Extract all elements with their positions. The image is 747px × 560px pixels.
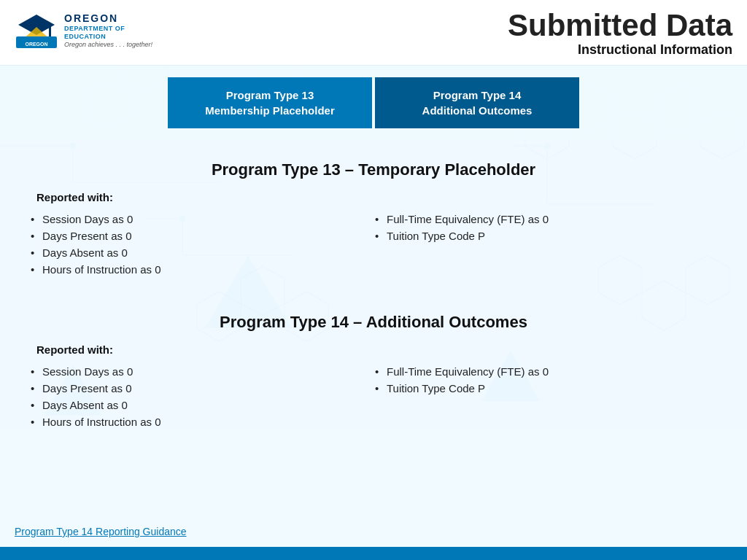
logo-dept-text2: EDUCATION bbox=[64, 33, 152, 41]
logo-dept-text: DEPARTMENT OF bbox=[64, 25, 152, 33]
list-item: Full-Time Equivalency (FTE) as 0 bbox=[374, 211, 718, 228]
logo-tagline: Oregon achieves . . . together! bbox=[64, 41, 152, 49]
section-pt14-left-list: Session Days as 0 Days Present as 0 Days… bbox=[29, 363, 374, 430]
page-header: OREGON OREGON DEPARTMENT OF EDUCATION Or… bbox=[0, 0, 747, 66]
section-divider bbox=[29, 278, 718, 300]
reporting-guidance-link[interactable]: Program Type 14 Reporting Guidance bbox=[15, 526, 187, 537]
section-pt14-left-col: Session Days as 0 Days Present as 0 Days… bbox=[29, 363, 374, 430]
section-pt14-right-list: Full-Time Equivalency (FTE) as 0 Tuition… bbox=[374, 363, 718, 397]
section-pt14-columns: Session Days as 0 Days Present as 0 Days… bbox=[29, 363, 718, 430]
tab-program-type-14[interactable]: Program Type 14 Additional Outcomes bbox=[375, 77, 579, 128]
tabs-row: Program Type 13 Membership Placeholder P… bbox=[0, 66, 747, 140]
logo-text-block: OREGON DEPARTMENT OF EDUCATION Oregon ac… bbox=[64, 12, 152, 48]
tab-pt14-line1: Program Type 14 bbox=[433, 89, 522, 101]
header-subtitle: Instructional Information bbox=[508, 42, 732, 58]
bottom-bar bbox=[0, 547, 747, 560]
list-item: Tuition Type Code P bbox=[374, 228, 718, 244]
list-item: Days Absent as 0 bbox=[29, 397, 374, 413]
list-item: Hours of Instruction as 0 bbox=[29, 261, 374, 278]
list-item: Tuition Type Code P bbox=[374, 380, 718, 397]
section-pt14: Program Type 14 – Additional Outcomes Re… bbox=[29, 313, 718, 430]
section-pt13: Program Type 13 – Temporary Placeholder … bbox=[29, 160, 718, 278]
section-pt13-right-list: Full-Time Equivalency (FTE) as 0 Tuition… bbox=[374, 211, 718, 244]
main-title: Submitted Data bbox=[508, 9, 732, 42]
header-title-area: Submitted Data Instructional Information bbox=[508, 9, 732, 58]
section-pt13-title: Program Type 13 – Temporary Placeholder bbox=[29, 160, 718, 179]
svg-text:OREGON: OREGON bbox=[25, 42, 47, 47]
section-pt14-title: Program Type 14 – Additional Outcomes bbox=[29, 313, 718, 332]
section-pt13-reported-label: Reported with: bbox=[36, 191, 718, 203]
section-pt13-left-list: Session Days as 0 Days Present as 0 Days… bbox=[29, 211, 374, 278]
svg-rect-24 bbox=[49, 25, 51, 35]
list-item: Days Present as 0 bbox=[29, 228, 374, 244]
list-item: Days Present as 0 bbox=[29, 380, 374, 397]
list-item: Full-Time Equivalency (FTE) as 0 bbox=[374, 363, 718, 380]
tab-pt13-line1: Program Type 13 bbox=[226, 89, 314, 101]
section-pt13-columns: Session Days as 0 Days Present as 0 Days… bbox=[29, 211, 718, 278]
section-pt14-right-col: Full-Time Equivalency (FTE) as 0 Tuition… bbox=[374, 363, 718, 430]
section-pt13-right-col: Full-Time Equivalency (FTE) as 0 Tuition… bbox=[374, 211, 718, 278]
logo-area: OREGON OREGON DEPARTMENT OF EDUCATION Or… bbox=[15, 9, 152, 52]
list-item: Hours of Instruction as 0 bbox=[29, 413, 374, 430]
tab-program-type-13[interactable]: Program Type 13 Membership Placeholder bbox=[168, 77, 372, 128]
footer-link-area: Program Type 14 Reporting Guidance bbox=[15, 525, 187, 538]
section-pt13-left-col: Session Days as 0 Days Present as 0 Days… bbox=[29, 211, 374, 278]
ode-logo: OREGON bbox=[15, 9, 58, 52]
section-pt14-reported-label: Reported with: bbox=[36, 343, 718, 356]
tab-pt13-line2: Membership Placeholder bbox=[205, 104, 335, 117]
list-item: Days Absent as 0 bbox=[29, 244, 374, 261]
main-content: Program Type 13 – Temporary Placeholder … bbox=[0, 140, 747, 430]
logo-oregon-text: OREGON bbox=[64, 12, 152, 25]
list-item: Session Days as 0 bbox=[29, 211, 374, 228]
list-item: Session Days as 0 bbox=[29, 363, 374, 380]
tab-pt14-line2: Additional Outcomes bbox=[422, 104, 533, 117]
